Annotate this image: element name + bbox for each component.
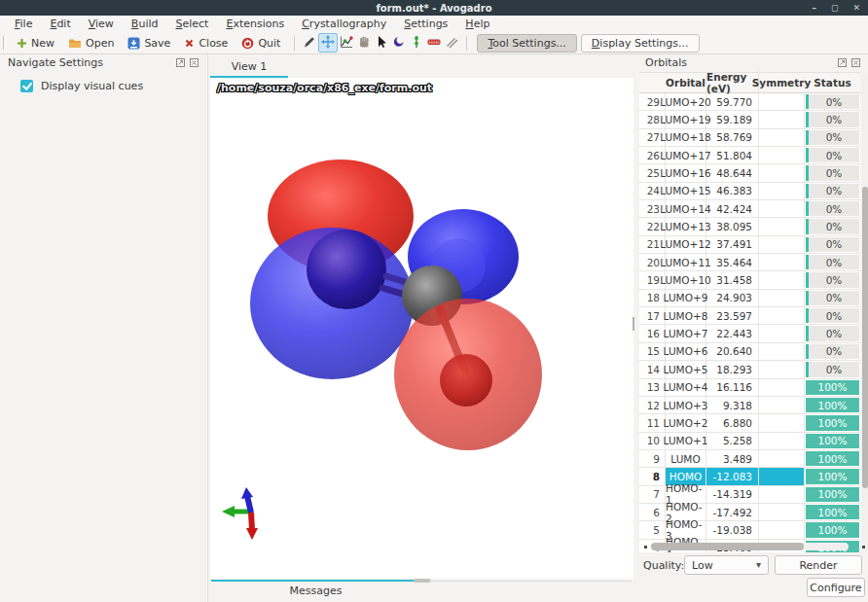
menu-build[interactable]: Build [123,17,167,31]
orbital-status-cell[interactable]: 0% [805,200,860,217]
orbital-symmetry-cell[interactable] [759,147,805,163]
menu-select[interactable]: Select [166,17,217,31]
select-tool-button[interactable] [373,34,390,52]
orbital-row-number[interactable]: 9 [639,450,666,467]
orbital-row-number[interactable]: 17 [639,307,666,324]
menu-crystallography[interactable]: Crystallography [293,17,395,31]
table-row[interactable]: 25LUMO+1648.6440% [639,164,860,182]
orbital-name-cell[interactable]: LUMO [666,450,706,467]
orbital-status-cell[interactable]: 100% [805,450,860,467]
orbital-symmetry-cell[interactable] [759,325,805,341]
table-row[interactable]: 28LUMO+1959.1890% [639,111,860,128]
orbital-symmetry-cell[interactable] [759,379,805,396]
menu-settings[interactable]: Settings [395,17,456,31]
orbital-name-cell[interactable]: LUMO+12 [666,236,706,253]
table-row[interactable]: 18LUMO+924.9030% [639,290,860,307]
open-button[interactable]: Open [62,35,120,52]
float-panel-icon[interactable] [176,57,185,70]
orbital-energy-cell[interactable]: 51.804 [706,147,759,163]
table-row[interactable]: 19LUMO+1031.4580% [639,271,860,289]
orbital-energy-cell[interactable]: 58.769 [706,129,759,146]
orbital-status-cell[interactable]: 100% [805,379,860,396]
table-row[interactable]: 23LUMO+1442.4240% [639,200,860,218]
menu-extensions[interactable]: Extensions [217,17,293,31]
orbital-energy-cell[interactable]: -12.083 [706,468,759,484]
hscroll-right-arrow[interactable] [862,546,865,549]
orbital-name-cell[interactable]: LUMO+20 [666,93,706,110]
table-row[interactable]: 26LUMO+1751.8040% [639,147,860,164]
orbital-row-number[interactable]: 13 [639,379,666,396]
orbital-status-cell[interactable]: 100% [805,504,860,520]
orbital-row-number[interactable]: 15 [639,343,666,360]
orbital-status-cell[interactable]: 0% [805,129,860,146]
table-row[interactable]: 24LUMO+1546.3830% [639,183,860,200]
manipulate-tool-button[interactable] [355,34,373,52]
orbital-row-number[interactable]: 11 [639,414,666,431]
toolbar-handle[interactable] [3,36,7,50]
orbital-row-number[interactable]: 8 [639,468,666,484]
render-button[interactable]: Render [775,555,862,575]
orbital-name-cell[interactable]: LUMO+3 [666,397,706,413]
orbital-symmetry-cell[interactable] [759,343,805,360]
configure-button[interactable]: Configure [807,578,865,597]
table-row[interactable]: 15LUMO+620.6400% [639,343,860,361]
orbital-status-cell[interactable]: 0% [805,271,860,288]
horizontal-scrollbar[interactable] [651,543,849,550]
col-orbital[interactable]: Orbital [666,77,706,89]
orbital-energy-cell[interactable]: 3.489 [706,450,759,467]
orbital-symmetry-cell[interactable] [759,93,805,110]
orbital-energy-cell[interactable]: 5.258 [706,433,759,449]
orbital-name-cell[interactable]: LUMO+19 [666,111,706,127]
orbital-status-cell[interactable]: 100% [805,397,860,413]
orbital-energy-cell[interactable]: 6.880 [706,414,759,431]
draw-tool-button[interactable] [301,34,318,52]
orbital-status-cell[interactable]: 100% [805,414,860,431]
orbital-symmetry-cell[interactable] [759,183,805,199]
orbital-status-cell[interactable]: 0% [805,325,860,341]
table-row[interactable]: 14LUMO+518.2930% [639,361,860,378]
orbital-energy-cell[interactable]: 20.640 [706,343,759,360]
hscroll-left-arrow[interactable] [644,546,647,549]
close-window-button[interactable]: ✕ [852,3,860,13]
table-row[interactable]: 16LUMO+722.4430% [639,325,860,342]
orbital-energy-cell[interactable]: 35.464 [706,254,759,270]
table-row[interactable]: 21LUMO+1237.4910% [639,236,860,254]
orbital-status-cell[interactable]: 0% [805,164,860,181]
orbital-energy-cell[interactable]: -17.492 [706,504,759,520]
orbital-row-number[interactable]: 18 [639,290,666,306]
table-row[interactable]: 20LUMO+1135.4640% [639,254,860,271]
vertical-scrollbar-thumb[interactable] [862,187,868,488]
orbital-symmetry-cell[interactable] [759,397,805,413]
quit-button[interactable]: Quit [235,35,286,52]
display-visual-cues-row[interactable]: Display visual cues [0,74,206,92]
orbital-name-cell[interactable]: LUMO+18 [666,129,706,146]
close-button[interactable]: Close [178,35,234,52]
col-symmetry[interactable]: Symmetry [759,77,805,89]
auto-rotate-tool-button[interactable] [390,34,408,52]
align-tool-button[interactable] [425,34,443,52]
close-panel-icon[interactable] [190,57,199,70]
vertical-scrollbar[interactable] [862,72,868,552]
table-row[interactable]: 10LUMO+15.258100% [639,433,860,450]
display-visual-cues-checkbox[interactable] [20,80,33,92]
orbital-name-cell[interactable]: LUMO+9 [666,290,706,306]
col-status[interactable]: Status [805,77,860,89]
measure-tool-button[interactable] [338,34,355,52]
orbital-name-cell[interactable]: LUMO+17 [666,147,706,163]
orbital-symmetry-cell[interactable] [759,504,805,520]
tab-messages[interactable]: Messages [211,584,420,597]
orbital-status-cell[interactable]: 0% [805,307,860,324]
orbital-name-cell[interactable]: LUMO+2 [666,414,706,431]
menu-help[interactable]: Help [456,17,498,31]
orbital-name-cell[interactable]: LUMO+4 [666,379,706,396]
orbital-name-cell[interactable]: LUMO+10 [666,271,706,288]
table-row[interactable]: 29LUMO+2059.7700% [639,93,860,111]
orbital-symmetry-cell[interactable] [759,200,805,217]
orbital-name-cell[interactable]: LUMO+7 [666,325,706,341]
dock-splitter-handle[interactable] [633,317,634,331]
orbital-row-number[interactable]: 12 [639,397,666,413]
table-row[interactable]: 17LUMO+823.5970% [639,307,860,325]
orbital-status-cell[interactable]: 0% [805,254,860,270]
orbital-symmetry-cell[interactable] [759,307,805,324]
menu-edit[interactable]: Edit [41,17,79,31]
